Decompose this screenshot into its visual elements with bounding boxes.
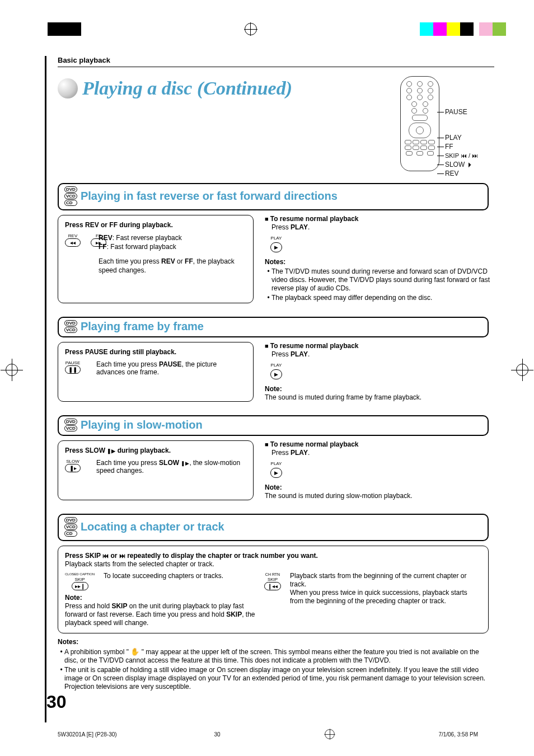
bottom-notes: Notes: A prohibition symbol " ✋ " may ap… bbox=[58, 638, 489, 691]
remote-labels: PAUSE PLAY FF SKIP ⏮ / ⏭ SLOW ⏵ REV bbox=[445, 76, 478, 178]
note-text: The playback speed may differ depending … bbox=[271, 294, 500, 302]
rev-ff-title: Press REV or FF during playback. bbox=[65, 221, 246, 229]
feature-head-fast-scan: DVD VCD CD Playing in fast reverse or fa… bbox=[58, 183, 489, 210]
play-button-icon: PLAY ▶ bbox=[270, 361, 282, 379]
feature-title: Playing in fast reverse or fast forward … bbox=[81, 190, 338, 203]
feature-frame-by-frame: DVD VCD Playing frame by frame Press PAU… bbox=[58, 317, 500, 402]
footer-file: 5W30201A [E] (P28-30) bbox=[58, 731, 117, 738]
registration-mark-icon bbox=[245, 23, 257, 35]
disc-tags: DVD VCD CD bbox=[64, 517, 77, 537]
magenta-swatch bbox=[433, 22, 447, 36]
bottom-note-2: The unit is capable of holding a still v… bbox=[64, 666, 489, 691]
disc-tag-dvd: DVD bbox=[64, 517, 77, 523]
skip-prev-button-icon: CH RTN SKIP ❙◂◂ bbox=[264, 572, 281, 627]
rev-ff-right: To resume normal playback Press PLAY. PL… bbox=[265, 215, 500, 303]
play-button-icon: PLAY ▶ bbox=[270, 459, 282, 478]
notes-head: Notes: bbox=[265, 258, 500, 266]
disc-tag-vcd: VCD bbox=[64, 425, 77, 431]
footer-page: 30 bbox=[214, 731, 221, 738]
green-swatch bbox=[493, 22, 506, 36]
remote-label-skip: SKIP ⏮ / ⏭ bbox=[445, 151, 478, 160]
remote-label-ff: FF bbox=[445, 142, 478, 151]
pause-box: Press PAUSE during still playback. PAUSE… bbox=[58, 342, 254, 402]
resume-head: To resume normal playback bbox=[265, 342, 500, 350]
bottom-note-1: A prohibition symbol " ✋ " may appear at… bbox=[64, 647, 489, 665]
content-area: Basic playback Playing a disc (Continued… bbox=[45, 56, 500, 722]
page-number: 30 bbox=[46, 692, 67, 712]
feature-title: Playing in slow-motion bbox=[81, 419, 203, 431]
remote-label-rev: REV bbox=[445, 169, 478, 178]
remote-label-play: PLAY bbox=[445, 133, 478, 142]
resume-head: To resume normal playback bbox=[265, 215, 500, 223]
play-button-icon: PLAY ▶ bbox=[270, 234, 282, 252]
sphere-icon bbox=[58, 78, 78, 98]
disc-tag-dvd: DVD bbox=[64, 419, 77, 425]
slow-box: Press SLOW ❚▶ during playback. SLOW ❚▸ E… bbox=[58, 440, 254, 500]
skip-next-button-icon: CLOSED CAPTION SKIP ▸▸❙ bbox=[65, 572, 95, 590]
disc-tag-vcd: VCD bbox=[64, 327, 77, 333]
footer-registration-mark-icon bbox=[325, 729, 335, 739]
resume-head: To resume normal playback bbox=[265, 440, 500, 449]
rev-ff-box: Press REV or FF during playback. REV ◂◂ … bbox=[58, 215, 254, 303]
remote-outline bbox=[400, 76, 439, 171]
page-title-text: Playing a disc (Continued) bbox=[82, 78, 292, 99]
remote-label-pause: PAUSE bbox=[445, 107, 478, 116]
print-registration-bar bbox=[0, 22, 534, 36]
notes-head: Note: bbox=[265, 483, 500, 492]
hand-icon: ✋ bbox=[130, 647, 139, 656]
slow-right: To resume normal playback Press PLAY. PL… bbox=[265, 440, 500, 500]
disc-tags: DVD VCD bbox=[64, 419, 77, 431]
disc-tag-cd: CD bbox=[64, 200, 77, 206]
black-swatch-2 bbox=[460, 22, 474, 36]
note-text: The sound is muted during frame by frame… bbox=[265, 393, 500, 402]
skip-prev-text-a: Playback starts from the beginning of th… bbox=[290, 572, 481, 589]
footer-date: 7/1/06, 3:58 PM bbox=[438, 731, 478, 738]
feature-head-frame: DVD VCD Playing frame by frame bbox=[58, 317, 489, 337]
pink-swatch bbox=[479, 22, 493, 36]
black-swatch bbox=[48, 22, 81, 36]
disc-tags: DVD VCD CD bbox=[64, 186, 77, 206]
right-registration-mark-icon bbox=[516, 364, 528, 376]
feature-head-locate: DVD VCD CD Locating a chapter or track bbox=[58, 514, 489, 541]
feature-slow-motion: DVD VCD Playing in slow-motion Press SLO… bbox=[58, 415, 500, 500]
pause-title: Press PAUSE during still playback. bbox=[65, 348, 246, 356]
disc-tag-cd: CD bbox=[64, 530, 77, 537]
footer: 5W30201A [E] (P28-30) 30 7/1/06, 3:58 PM bbox=[58, 728, 478, 740]
locate-sub: Playback starts from the selected chapte… bbox=[65, 560, 481, 569]
note-text: The TV/DVD mutes sound during reverse an… bbox=[271, 267, 500, 293]
rev-button-icon: REV ◂◂ bbox=[65, 233, 81, 247]
note-text: The sound is muted during slow-motion pl… bbox=[265, 492, 500, 500]
locate-box: Press SKIP ⏮ or ⏭ repeatedly to display … bbox=[58, 546, 489, 633]
frame-right: To resume normal playback Press PLAY. PL… bbox=[265, 342, 500, 402]
feature-head-slow: DVD VCD Playing in slow-motion bbox=[58, 415, 489, 436]
disc-tag-vcd: VCD bbox=[64, 524, 77, 530]
bottom-notes-head: Notes: bbox=[58, 638, 489, 646]
feature-title: Locating a chapter or track bbox=[81, 520, 224, 533]
slow-button-icon: SLOW ❚▸ bbox=[65, 459, 81, 472]
feature-locate-chapter: DVD VCD CD Locating a chapter or track P… bbox=[58, 514, 500, 633]
section-label: Basic playback bbox=[58, 56, 500, 69]
page: Basic playback Playing a disc (Continued… bbox=[0, 0, 534, 756]
disc-tag-dvd: DVD bbox=[64, 320, 77, 326]
skip-next-text: To locate succeeding chapters or tracks. bbox=[104, 572, 223, 590]
feature-title: Playing frame by frame bbox=[81, 320, 204, 333]
disc-tag-vcd: VCD bbox=[64, 193, 77, 199]
notes-head: Note: bbox=[265, 385, 500, 393]
skip-prev-text-b: When you press twice in quick succession… bbox=[290, 589, 481, 605]
disc-tags: DVD VCD bbox=[64, 320, 77, 333]
left-registration-mark-icon bbox=[6, 364, 18, 376]
pause-button-icon: PAUSE ❚❚ bbox=[65, 360, 81, 374]
feature-fast-scan: DVD VCD CD Playing in fast reverse or fa… bbox=[58, 183, 500, 303]
remote-label-slow: SLOW ⏵ bbox=[445, 160, 478, 169]
remote-diagram: PAUSE PLAY FF SKIP ⏮ / ⏭ SLOW ⏵ REV bbox=[400, 76, 478, 178]
slow-title: Press SLOW ❚▶ during playback. bbox=[65, 447, 246, 454]
cyan-swatch bbox=[420, 22, 433, 36]
yellow-swatch bbox=[447, 22, 460, 36]
disc-tag-dvd: DVD bbox=[64, 186, 77, 192]
